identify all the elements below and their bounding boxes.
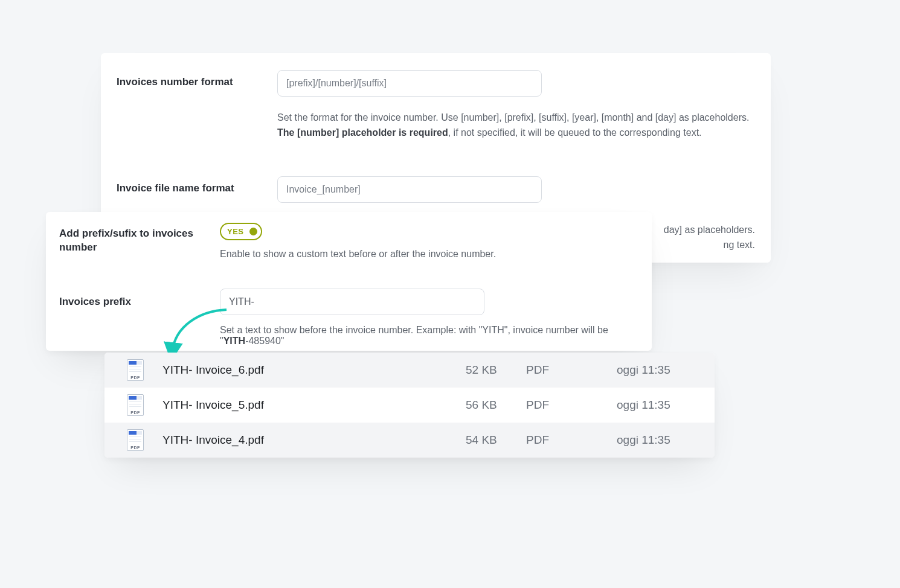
file-size: 56 KB	[466, 398, 526, 412]
field-label: Invoices prefix	[59, 289, 220, 347]
file-date: oggi 11:35	[617, 398, 701, 412]
help-text: Set the format for the invoice number. U…	[277, 112, 749, 123]
field-body: Set a text to show before the invoice nu…	[220, 289, 638, 347]
prefix-suffix-toggle[interactable]: YES	[220, 223, 262, 240]
setting-row-prefix-toggle: Add prefix/sufix to invoices number YES …	[59, 223, 638, 260]
pdf-file-icon	[126, 429, 144, 451]
field-label: Invoices number format	[117, 70, 277, 140]
help-text: -485940"	[245, 336, 284, 346]
file-name: YITH- Invoice_6.pdf	[162, 363, 466, 377]
help-text: , if not specified, it will be queued to…	[448, 127, 702, 138]
field-body: Set the format for the invoice number. U…	[277, 70, 755, 140]
file-row[interactable]: YITH- Invoice_4.pdf54 KBPDFoggi 11:35	[104, 423, 715, 458]
field-body: YES Enable to show a custom text before …	[220, 223, 638, 260]
invoice-number-format-input[interactable]	[277, 70, 542, 97]
file-kind: PDF	[526, 433, 617, 447]
pdf-file-icon	[126, 359, 144, 381]
file-date: oggi 11:35	[617, 433, 701, 447]
field-help: Enable to show a custom text before or a…	[220, 249, 638, 260]
file-date: oggi 11:35	[617, 363, 701, 377]
pdf-file-icon	[126, 394, 144, 416]
file-kind: PDF	[526, 398, 617, 412]
help-text-peek: day] as placeholders.	[664, 222, 755, 237]
file-row[interactable]: YITH- Invoice_5.pdf56 KBPDFoggi 11:35	[104, 388, 715, 423]
file-size: 54 KB	[466, 433, 526, 447]
invoice-filename-format-input[interactable]	[277, 176, 542, 203]
field-help: Set the format for the invoice number. U…	[277, 110, 755, 140]
file-size: 52 KB	[466, 363, 526, 377]
file-row[interactable]: YITH- Invoice_6.pdf52 KBPDFoggi 11:35	[104, 353, 715, 388]
setting-row-invoice-number-format: Invoices number format Set the format fo…	[117, 70, 755, 140]
field-label: Add prefix/sufix to invoices number	[59, 223, 220, 260]
help-text-bold: YITH	[223, 336, 245, 346]
file-name: YITH- Invoice_4.pdf	[162, 433, 466, 447]
field-help: Set a text to show before the invoice nu…	[220, 325, 638, 347]
setting-row-invoices-prefix: Invoices prefix Set a text to show befor…	[59, 289, 638, 347]
setting-row-invoice-filename-format: Invoice file name format	[117, 176, 755, 203]
field-body	[277, 176, 755, 203]
toggle-label: YES	[227, 227, 244, 236]
file-kind: PDF	[526, 363, 617, 377]
toggle-dot-icon	[249, 228, 257, 235]
invoices-prefix-input[interactable]	[220, 289, 484, 315]
settings-panel-lower: Add prefix/sufix to invoices number YES …	[46, 212, 652, 351]
help-text-bold: The [number] placeholder is required	[277, 127, 448, 138]
file-name: YITH- Invoice_5.pdf	[162, 398, 466, 412]
field-label: Invoice file name format	[117, 176, 277, 203]
help-text-peek: ng text.	[664, 237, 755, 252]
file-list: YITH- Invoice_6.pdf52 KBPDFoggi 11:35YIT…	[104, 353, 715, 458]
